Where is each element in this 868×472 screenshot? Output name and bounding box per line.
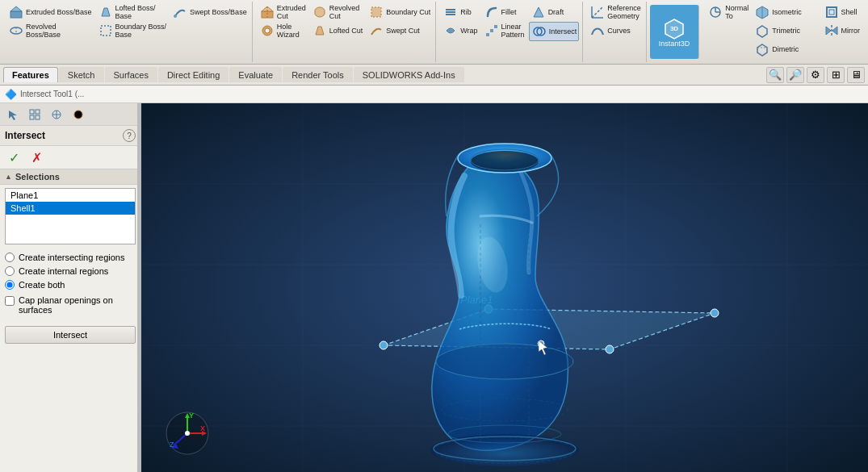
svg-rect-36 bbox=[829, 10, 834, 15]
tab-sketch[interactable]: Sketch bbox=[59, 67, 104, 82]
tab-bar: Features Sketch Surfaces Direct Editing … bbox=[0, 65, 868, 86]
plane-handle-1[interactable] bbox=[379, 341, 388, 349]
revolved-boss-label: RevolvedBoss/Base bbox=[26, 23, 61, 39]
intersect-apply-button[interactable]: Intersect bbox=[5, 326, 136, 344]
svg-rect-16 bbox=[486, 33, 489, 36]
create-internal-radio[interactable] bbox=[5, 266, 15, 276]
draft-icon bbox=[530, 4, 547, 20]
hole-wizard-button[interactable]: HoleWizard bbox=[258, 22, 308, 40]
reference-geometry-icon bbox=[589, 4, 606, 20]
create-intersecting-radio[interactable] bbox=[5, 253, 15, 262]
panel-resize-handle[interactable] bbox=[137, 103, 140, 472]
swept-cut-button[interactable]: Swept Cut bbox=[367, 22, 432, 40]
intersect-ok-button[interactable]: ✓ bbox=[5, 149, 23, 165]
extruded-cut-button[interactable]: ExtrudedCut bbox=[258, 3, 308, 21]
svg-point-5 bbox=[174, 15, 177, 18]
boundary-cut-button[interactable]: Boundary Cut bbox=[367, 3, 432, 21]
panel-toolbar bbox=[0, 103, 140, 126]
fillet-button[interactable]: Fillet bbox=[482, 3, 526, 21]
revolved-cut-icon bbox=[312, 4, 328, 20]
tab-evaluate[interactable]: Evaluate bbox=[229, 67, 282, 82]
intersect-cancel-button[interactable]: ✗ bbox=[27, 149, 45, 165]
tab-surfaces[interactable]: Surfaces bbox=[105, 67, 157, 82]
view-filter-icon[interactable]: ⊞ bbox=[827, 67, 845, 83]
instant3d-button[interactable]: 3D Instant3D bbox=[656, 15, 693, 49]
cap-planar-option[interactable]: Cap planar openings on surfaces bbox=[5, 295, 136, 315]
swept-cut-icon bbox=[368, 23, 384, 39]
tab-solidworks-addins[interactable]: SOLIDWORKS Add-Ins bbox=[354, 67, 464, 82]
isometric-button[interactable]: Isometric bbox=[753, 3, 803, 21]
selection-item-shell1[interactable]: Shell1 bbox=[6, 202, 135, 215]
svg-rect-0 bbox=[10, 11, 22, 18]
linear-pattern-icon bbox=[484, 23, 500, 39]
3d-scene: Plane1 bbox=[141, 103, 868, 472]
intersect-ribbon-button[interactable]: Intersect bbox=[529, 22, 580, 41]
svg-rect-43 bbox=[30, 115, 34, 119]
boundary-cut-icon bbox=[368, 4, 384, 20]
revolved-cut-button[interactable]: RevolvedCut bbox=[310, 3, 365, 21]
swept-boss-button[interactable]: Swept Boss/Base bbox=[170, 3, 249, 21]
lofted-boss-button[interactable]: Lofted Boss/Base bbox=[96, 3, 169, 21]
dimetric-button[interactable]: Dimetric bbox=[753, 40, 803, 58]
view-zoom-icon[interactable]: 🔎 bbox=[786, 67, 804, 83]
intersect-title: Intersect bbox=[5, 130, 120, 141]
view-search-icon[interactable]: 🔍 bbox=[766, 67, 784, 83]
extruded-boss-button[interactable]: Extruded Boss/Base bbox=[6, 3, 94, 21]
svg-text:Y: Y bbox=[189, 411, 194, 420]
view-display-icon[interactable]: 🖥 bbox=[847, 67, 865, 83]
boundary-boss-button[interactable]: Boundary Boss/Base bbox=[96, 22, 169, 40]
intersect-actions: ✓ ✗ bbox=[0, 146, 140, 169]
revolved-boss-button[interactable]: RevolvedBoss/Base bbox=[6, 22, 94, 40]
svg-rect-12 bbox=[371, 7, 381, 17]
instant3d-label: Instant3D bbox=[659, 40, 690, 48]
svg-point-48 bbox=[74, 111, 82, 119]
create-both-radio[interactable] bbox=[5, 280, 15, 290]
revolved-boss-icon bbox=[8, 23, 24, 39]
draft-button[interactable]: Draft bbox=[529, 3, 580, 21]
normal-to-button[interactable]: NormalTo bbox=[706, 3, 750, 21]
svg-marker-33 bbox=[757, 44, 767, 56]
panel-select-tool[interactable] bbox=[3, 106, 23, 123]
curves-button[interactable]: Curves bbox=[588, 22, 643, 40]
cap-planar-checkbox[interactable] bbox=[5, 296, 15, 306]
create-internal-option[interactable]: Create internal regions bbox=[5, 266, 136, 276]
left-panel: Intersect ? ✓ ✗ ▲ Selections Plane1 Shel… bbox=[0, 103, 141, 472]
wrap-button[interactable]: Wrap bbox=[441, 22, 479, 40]
selections-label: Selections bbox=[15, 172, 60, 182]
viewport[interactable]: Plane1 bbox=[141, 103, 868, 472]
create-both-label: Create both bbox=[19, 280, 65, 290]
tab-direct-editing[interactable]: Direct Editing bbox=[158, 67, 229, 82]
svg-rect-42 bbox=[36, 110, 40, 114]
extruded-boss-icon bbox=[8, 4, 24, 20]
mirror-button[interactable]: Mirror bbox=[822, 22, 862, 40]
svg-rect-44 bbox=[36, 115, 40, 119]
panel-grid-tool[interactable] bbox=[25, 106, 44, 123]
selections-section-header[interactable]: ▲ Selections bbox=[0, 169, 140, 185]
create-intersecting-option[interactable]: Create intersecting regions bbox=[5, 253, 136, 262]
ribbon: Extruded Boss/Base RevolvedBoss/Base Lof… bbox=[0, 0, 868, 65]
boundary-boss-icon bbox=[98, 23, 114, 39]
panel-origin-tool[interactable] bbox=[47, 106, 66, 123]
intersect-ribbon-icon bbox=[531, 23, 547, 40]
vase-waist-shadow bbox=[436, 344, 573, 379]
reference-geometry-button[interactable]: ReferenceGeometry bbox=[588, 3, 643, 21]
shell-button[interactable]: Shell bbox=[822, 3, 862, 21]
panel-appearance-tool[interactable] bbox=[69, 106, 88, 123]
intersect-help-button[interactable]: ? bbox=[123, 129, 136, 142]
create-both-option[interactable]: Create both bbox=[5, 280, 136, 290]
view-settings-icon[interactable]: ⚙ bbox=[807, 67, 824, 83]
viewport-background: Plane1 bbox=[141, 103, 868, 472]
rib-button[interactable]: Rib bbox=[441, 3, 479, 21]
tab-render-tools[interactable]: Render Tools bbox=[283, 67, 353, 82]
plane-handle-4[interactable] bbox=[606, 345, 614, 353]
instant3d-icon: 3D bbox=[663, 17, 686, 40]
selection-item-plane1[interactable]: Plane1 bbox=[6, 189, 135, 202]
trimetric-button[interactable]: Trimetric bbox=[753, 22, 803, 40]
linear-pattern-button[interactable]: LinearPattern bbox=[482, 22, 526, 40]
normal-to-icon bbox=[707, 4, 723, 20]
lofted-cut-button[interactable]: Lofted Cut bbox=[310, 22, 365, 40]
tab-features[interactable]: Features bbox=[3, 67, 58, 82]
svg-marker-11 bbox=[316, 27, 324, 35]
axis-svg: Y X Z bbox=[166, 411, 210, 456]
plane-handle-3[interactable] bbox=[711, 309, 719, 317]
